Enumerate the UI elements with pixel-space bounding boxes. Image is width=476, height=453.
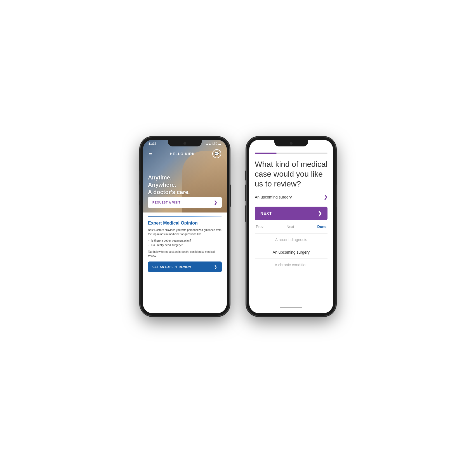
signal-icon: ▲▲: [206, 142, 211, 145]
accent-bar: [148, 216, 222, 217]
phone-1-screen: 11:37 ▲▲ LTE ▬ ☰ HELLO KIRK 💬: [143, 140, 227, 313]
power-button: [230, 185, 231, 207]
menu-icon[interactable]: ☰: [149, 151, 152, 156]
tap-text: Tap below to request an in-depth, confid…: [148, 250, 222, 258]
dropdown-option-chronic-condition[interactable]: A chronic condition: [255, 259, 327, 271]
hero-tagline: Anytime. Anywhere. A doctor's care.: [148, 174, 190, 196]
chat-icon-button[interactable]: 💬: [212, 149, 221, 158]
section-description: Best Doctors provides you with personali…: [148, 228, 222, 236]
request-visit-label: REQUEST A VISIT: [152, 201, 180, 204]
question-title: What kind of medical case would you like…: [255, 159, 327, 189]
mute-button: [139, 171, 140, 181]
phone-2-screen: What kind of medical case would you like…: [249, 140, 333, 313]
status-time: 11:37: [149, 142, 156, 145]
power-button: [336, 185, 337, 207]
status-icons: ▲▲ LTE ▬: [206, 142, 221, 145]
expert-review-arrow: ❯: [214, 265, 217, 269]
dropdown-option-recent-diagnosis[interactable]: A recent diagnosis: [255, 233, 327, 246]
case-type-dropdown[interactable]: An upcoming surgery ❯: [255, 194, 327, 202]
lte-label: LTE: [212, 142, 217, 145]
phones-container: 11:37 ▲▲ LTE ▬ ☰ HELLO KIRK 💬: [140, 137, 336, 316]
section-title: Expert Medical Opinion: [148, 221, 222, 226]
phone-1: 11:37 ▲▲ LTE ▬ ☰ HELLO KIRK 💬: [140, 137, 230, 316]
status-bar-2: [249, 140, 333, 148]
battery-icon: ▬: [218, 142, 221, 145]
progress-bar-container: [255, 153, 327, 154]
dropdown-chevron-icon: ❯: [324, 194, 327, 200]
home-indicator-2: [280, 307, 302, 308]
volume-up-button: [139, 185, 140, 201]
next-link[interactable]: Next: [287, 225, 294, 229]
content-section: Expert Medical Opinion Best Doctors prov…: [143, 213, 227, 313]
app-title: HELLO KIRK: [170, 152, 195, 156]
done-link[interactable]: Done: [317, 225, 327, 229]
prev-link[interactable]: Prev: [256, 225, 263, 229]
phone2-main-content: What kind of medical case would you like…: [249, 148, 333, 313]
volume-down-button: [245, 205, 246, 222]
bullet-list: Is there a better treatment plan? Do I r…: [148, 239, 222, 247]
next-button[interactable]: NEXT ❯: [255, 207, 327, 220]
next-button-label: NEXT: [260, 211, 272, 216]
list-item: Do I really need surgery?: [148, 243, 222, 247]
phone-2: What kind of medical case would you like…: [246, 137, 336, 316]
bottom-navigation: Prev Next Done: [255, 222, 327, 231]
dropdown-option-upcoming-surgery[interactable]: An upcoming surgery: [255, 246, 327, 259]
request-visit-button[interactable]: REQUEST A VISIT ❯: [148, 197, 222, 208]
home-indicator: [174, 307, 196, 308]
status-bar: 11:37 ▲▲ LTE ▬: [143, 140, 227, 148]
list-item: Is there a better treatment plan?: [148, 239, 222, 243]
chat-icon: 💬: [214, 151, 219, 156]
volume-down-button: [139, 205, 140, 222]
mute-button: [245, 171, 246, 181]
volume-up-button: [245, 185, 246, 201]
progress-bar-fill: [255, 153, 277, 154]
dropdown-options-list: A recent diagnosis An upcoming surgery A…: [255, 233, 327, 309]
top-nav: ☰ HELLO KIRK 💬: [143, 148, 227, 160]
hero-section: 11:37 ▲▲ LTE ▬ ☰ HELLO KIRK 💬: [143, 140, 227, 213]
request-visit-arrow: ❯: [214, 200, 217, 205]
get-expert-review-button[interactable]: GET AN EXPERT REVIEW ❯: [148, 261, 222, 272]
expert-review-label: GET AN EXPERT REVIEW: [152, 265, 191, 268]
dropdown-selected-value: An upcoming surgery: [255, 195, 292, 199]
next-button-arrow: ❯: [318, 210, 322, 216]
